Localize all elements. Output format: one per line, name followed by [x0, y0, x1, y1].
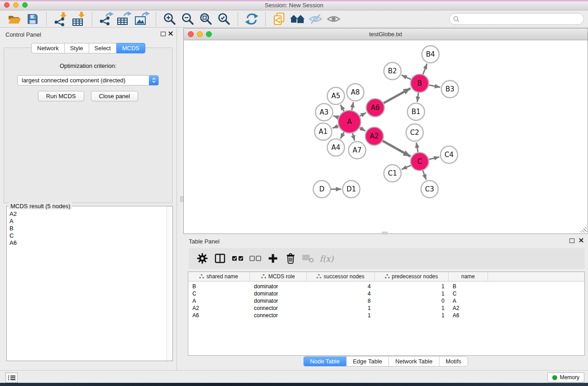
- export-network-icon[interactable]: [98, 11, 114, 27]
- table-cell[interactable]: B: [188, 283, 250, 290]
- graph-node-A4[interactable]: A4: [327, 139, 344, 156]
- graph-edge-A-A1[interactable]: [333, 126, 339, 128]
- table-cell[interactable]: A6: [188, 312, 250, 319]
- graph-node-C3[interactable]: C3: [421, 181, 438, 198]
- close-panel-button[interactable]: Close panel: [91, 91, 139, 101]
- table-cell[interactable]: B: [449, 283, 488, 290]
- table-cell[interactable]: A: [188, 297, 250, 305]
- mcds-result-item[interactable]: B: [10, 225, 172, 232]
- table-cell[interactable]: C: [449, 290, 488, 297]
- table-row[interactable]: Cdominator41C: [188, 290, 584, 297]
- graph-node-C2[interactable]: C2: [406, 124, 423, 141]
- graph-edge-A6-B[interactable]: [383, 88, 411, 103]
- tab-mcds[interactable]: MCDS: [116, 43, 145, 53]
- network-close-icon[interactable]: [188, 31, 194, 37]
- table-row[interactable]: A6connector11A6: [188, 312, 584, 319]
- mcds-result-item[interactable]: C: [10, 232, 172, 239]
- graph-edge-A-A4[interactable]: [340, 132, 344, 139]
- graph-edge-A-A5[interactable]: [340, 105, 344, 112]
- network-graph[interactable]: B4B2BB3A8A5A6B1A3AA1C2A2A4A7C4CC1C3DD1: [184, 40, 588, 234]
- minimize-window-icon[interactable]: [13, 2, 19, 8]
- table-cell[interactable]: 4: [307, 283, 375, 290]
- zoom-selected-icon[interactable]: [216, 11, 232, 27]
- graph-edge-C-C1[interactable]: [402, 165, 411, 169]
- tab-node-table[interactable]: Node Table: [304, 357, 346, 366]
- function-builder-icon[interactable]: f(x): [320, 254, 334, 263]
- table-cell[interactable]: A: [449, 297, 488, 305]
- graph-edge-A-A8[interactable]: [352, 102, 354, 110]
- splitter-handle-vertical[interactable]: [180, 196, 183, 202]
- graph-node-A7[interactable]: A7: [349, 142, 366, 159]
- graph-node-B4[interactable]: B4: [422, 46, 439, 63]
- column-header-name[interactable]: name: [449, 272, 488, 281]
- delete-column-icon[interactable]: [282, 253, 299, 264]
- graph-node-D[interactable]: D: [313, 181, 330, 198]
- graph-node-B3[interactable]: B3: [441, 81, 459, 98]
- column-header-predecessor-nodes[interactable]: predecessor nodes: [375, 272, 449, 281]
- graph-node-C1[interactable]: C1: [384, 165, 401, 182]
- export-image-icon[interactable]: [134, 11, 150, 27]
- table-settings-icon[interactable]: [193, 253, 211, 264]
- graph-node-C[interactable]: C: [411, 152, 429, 171]
- mcds-result-item[interactable]: A6: [10, 239, 172, 247]
- zoom-out-icon[interactable]: [180, 11, 196, 27]
- import-table-icon[interactable]: [70, 11, 86, 27]
- add-column-icon[interactable]: [264, 253, 282, 263]
- graph-edge-B-B3[interactable]: [429, 85, 440, 87]
- deselect-all-icon[interactable]: [246, 256, 264, 261]
- graph-node-B[interactable]: B: [411, 74, 429, 92]
- network-window-titlebar[interactable]: testGlobe.txt: [184, 29, 588, 40]
- import-network-icon[interactable]: [52, 11, 68, 27]
- table-cell[interactable]: dominator: [250, 283, 307, 290]
- graph-edge-C-C4[interactable]: [429, 157, 440, 159]
- graph-node-B2[interactable]: B2: [384, 62, 401, 80]
- table-cell[interactable]: dominator: [250, 290, 307, 297]
- float-panel-icon[interactable]: [569, 238, 574, 243]
- tab-edge-table[interactable]: Edge Table: [346, 357, 388, 366]
- save-session-icon[interactable]: [24, 11, 41, 27]
- table-cell[interactable]: connector: [250, 312, 307, 319]
- show-columns-icon[interactable]: [211, 253, 229, 263]
- table-row[interactable]: Bdominator41B: [188, 283, 584, 290]
- graph-node-D1[interactable]: D1: [343, 181, 360, 198]
- table-cell[interactable]: 1: [375, 283, 449, 290]
- task-history-button[interactable]: [5, 372, 18, 383]
- table-cell[interactable]: 1: [307, 305, 375, 312]
- close-window-icon[interactable]: [4, 2, 10, 8]
- graph-node-C4[interactable]: C4: [440, 146, 458, 163]
- table-cell[interactable]: 1: [375, 305, 449, 312]
- graph-edge-B-B4[interactable]: [423, 64, 427, 75]
- graph-node-A1[interactable]: A1: [315, 123, 332, 140]
- close-panel-icon[interactable]: [578, 238, 583, 243]
- graph-node-A2[interactable]: A2: [365, 127, 383, 145]
- criterion-select[interactable]: largest connected component (directed): [17, 75, 159, 86]
- network-files-icon[interactable]: [271, 11, 287, 27]
- memory-button[interactable]: Memory: [547, 372, 584, 382]
- run-mcds-button[interactable]: Run MCDS: [38, 91, 84, 101]
- network-canvas[interactable]: B4B2BB3A8A5A6B1A3AA1C2A2A4A7C4CC1C3DD1: [184, 40, 588, 234]
- graph-node-A[interactable]: A: [338, 110, 361, 133]
- tab-motifs[interactable]: Motifs: [439, 357, 468, 366]
- overview-home-icon[interactable]: [289, 11, 306, 27]
- column-header-mcds-role[interactable]: MCDS role: [250, 272, 307, 281]
- table-cell[interactable]: 1: [375, 312, 449, 319]
- table-cell[interactable]: C: [188, 290, 250, 297]
- graph-edge-A2-C[interactable]: [382, 141, 411, 157]
- open-session-icon[interactable]: [6, 11, 23, 27]
- delete-table-icon[interactable]: [299, 254, 317, 263]
- graph-edge-C-C3[interactable]: [423, 171, 426, 180]
- mcds-result-item[interactable]: A2: [10, 210, 172, 218]
- table-cell[interactable]: 1: [307, 312, 375, 319]
- graph-node-A5[interactable]: A5: [327, 87, 344, 105]
- graph-node-A6[interactable]: A6: [366, 99, 384, 117]
- tab-style[interactable]: Style: [64, 43, 89, 53]
- table-cell[interactable]: dominator: [250, 297, 307, 305]
- graph-edge-B-B1[interactable]: [417, 93, 419, 102]
- graph-node-B1[interactable]: B1: [407, 103, 425, 120]
- export-table-icon[interactable]: [116, 11, 132, 27]
- hide-graphics-details-icon[interactable]: [307, 11, 324, 27]
- result-scrollbar[interactable]: [167, 206, 172, 361]
- search-input[interactable]: [449, 13, 584, 25]
- network-minimize-icon[interactable]: [197, 31, 203, 37]
- table-cell[interactable]: A2: [449, 305, 488, 312]
